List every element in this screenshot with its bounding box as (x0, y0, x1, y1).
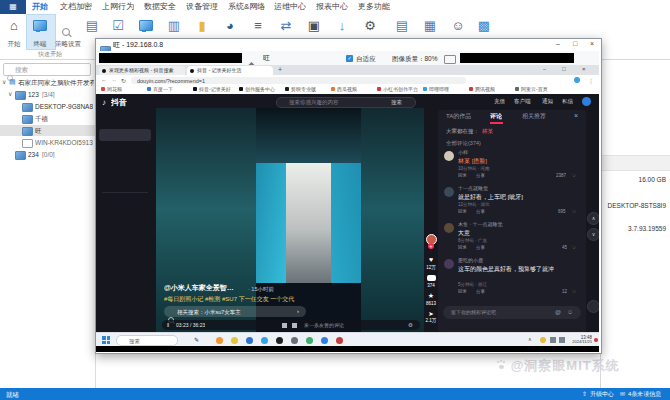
comment-reply-button[interactable]: 回复 (458, 289, 467, 294)
comment-share-button[interactable]: 分享 (476, 289, 485, 294)
screen-wall-icon[interactable] (162, 15, 186, 37)
heart-icon[interactable] (572, 173, 576, 178)
comment-share-button[interactable]: 分享 (476, 209, 485, 214)
browser-minimize-button[interactable]: – (543, 66, 546, 73)
forward-icon[interactable] (111, 77, 117, 83)
panel-tab-comments[interactable]: 评论 (490, 113, 502, 120)
player-settings-icon[interactable] (408, 322, 413, 328)
bookmark-item[interactable]: 哔哩哔哩 (423, 87, 467, 94)
caret-down-icon[interactable] (2, 79, 6, 86)
commenter-name[interactable]: 爱吃的小鹿 (458, 258, 568, 264)
policy-search-icon[interactable] (54, 15, 78, 37)
bookmark-item[interactable]: 抖音-记录美好 (193, 87, 237, 94)
pinned-app-icon[interactable] (291, 337, 298, 344)
comment-share-button[interactable]: 分享 (476, 173, 485, 178)
tray-volume-icon[interactable] (550, 337, 556, 343)
bookmark-item[interactable]: 腾讯视频 (469, 87, 513, 94)
commenter-avatar[interactable] (444, 223, 454, 233)
panel-close-icon[interactable] (574, 112, 578, 119)
pinned-app-icon[interactable] (216, 337, 223, 344)
screen-monitor-icon[interactable] (134, 15, 158, 37)
mention-icon[interactable] (555, 309, 561, 315)
heart-icon[interactable] (572, 209, 576, 214)
comment-like-count[interactable]: 12 (562, 289, 567, 294)
ribbon-tab-device-mgmt[interactable]: 设备管理 (186, 2, 218, 11)
header-link[interactable]: 私信 (562, 98, 573, 104)
ribbon-tab-data-security[interactable]: 数据安全 (144, 2, 176, 11)
browser-close-button[interactable]: × (582, 66, 586, 73)
shortcut-keyboard-icon[interactable] (444, 55, 456, 64)
new-tab-button[interactable]: + (278, 66, 282, 74)
app-menu-button[interactable] (0, 0, 26, 14)
ribbon-tab-web-behavior[interactable]: 上网行为 (102, 2, 134, 11)
back-icon[interactable] (101, 77, 107, 83)
behavior-pie-icon[interactable] (218, 15, 242, 37)
viewer-close-button[interactable]: × (585, 40, 599, 48)
pinned-app-icon[interactable] (261, 337, 268, 344)
browser-menu-icon[interactable] (588, 77, 594, 84)
header-link[interactable]: 通知 (542, 98, 553, 104)
tray-shield-icon[interactable] (540, 337, 546, 343)
comment-icon[interactable] (427, 275, 436, 281)
user-avatar[interactable] (582, 97, 591, 106)
commenter-name[interactable]: 小样 (458, 150, 568, 156)
caret-down-icon[interactable] (8, 91, 12, 98)
tree-search-input[interactable]: 搜索 (3, 63, 91, 76)
share-icon[interactable] (424, 310, 438, 318)
douyin-search-button[interactable]: 搜索 (391, 99, 402, 105)
taskbar-search-box[interactable]: 搜索 (116, 335, 178, 346)
tray-expand-icon[interactable] (528, 336, 532, 342)
follow-plus-button[interactable]: + (428, 243, 434, 249)
bookmark-item[interactable]: 创作服务中心 (239, 87, 283, 94)
pinned-app-icon[interactable] (321, 337, 328, 344)
heart-icon[interactable] (572, 289, 576, 294)
related-search-pill[interactable]: 相关搜索：小米su7女车主 › (164, 306, 306, 317)
commenter-avatar[interactable] (444, 259, 454, 269)
bookmark-item[interactable]: 百度一下 (147, 87, 191, 94)
ribbon-tab-system-network[interactable]: 系统&网络 (228, 2, 265, 11)
next-video-button[interactable] (587, 228, 599, 241)
admin-user-icon[interactable] (446, 15, 470, 37)
previous-video-button[interactable] (587, 212, 599, 225)
remote-monitor-icon[interactable] (28, 15, 52, 37)
clock-date[interactable]: 2024/11/25 (562, 340, 592, 345)
adaptive-checkbox[interactable]: ✓ (346, 55, 353, 62)
pinned-app-icon[interactable] (276, 337, 283, 344)
douyin-logo[interactable]: 抖音 (111, 98, 127, 107)
panel-tab-related[interactable]: 相关推荐 (522, 113, 546, 120)
software-download-icon[interactable] (330, 15, 354, 37)
video-player[interactable]: @小米人车家全景智… · 15小时前 #每日剧照小记 #检测 #SU7 下一任交… (156, 108, 424, 332)
comment-like-count[interactable]: 45 (562, 245, 567, 250)
video-hashtags[interactable]: #每日剧照小记 #检测 #SU7 下一任交友 一个交代 (164, 296, 416, 303)
video-author[interactable]: @小米人车家全景智… (164, 284, 234, 292)
pinned-app-note-icon[interactable] (194, 336, 199, 343)
header-link[interactable]: 充值 (494, 98, 505, 104)
viewer-minimize-button[interactable]: – (551, 40, 565, 48)
unread-messages-link[interactable]: 4条未读信息 (628, 391, 661, 398)
pinned-app-icon[interactable] (336, 337, 343, 344)
pinned-app-icon[interactable] (246, 337, 253, 344)
viewer-maximize-button[interactable]: □ (568, 40, 582, 48)
hot-search-term[interactable]: 林某 (482, 128, 493, 134)
calculator-grid-icon[interactable] (472, 15, 496, 37)
bookmark-item[interactable]: 同花顺 (101, 87, 145, 94)
panel-tab-works[interactable]: TA的作品 (446, 113, 471, 120)
ribbon-tab-start[interactable]: 开始 (32, 2, 48, 11)
comment-share-button[interactable]: 分享 (476, 245, 485, 250)
file-transfer-icon[interactable] (274, 15, 298, 37)
approval-icon[interactable] (106, 15, 130, 37)
server-asset-icon[interactable] (246, 15, 270, 37)
ribbon-tab-report-center[interactable]: 报表中心 (316, 2, 348, 11)
video-control-bar[interactable]: 03:23 / 36:23 发一条友善的评论 (162, 320, 420, 330)
bookmark-item[interactable]: 小红书创作平台 (377, 87, 421, 94)
heart-icon[interactable] (572, 245, 576, 250)
document-icon[interactable] (80, 15, 104, 37)
usb-key-icon[interactable] (190, 15, 214, 37)
commenter-name[interactable]: 木鱼 · 十一点就睡觉 (458, 222, 568, 228)
autoplay-toggle-icon[interactable] (282, 323, 287, 328)
pause-icon[interactable] (167, 322, 169, 328)
tree-node-terminal[interactable]: 千禧 (0, 113, 95, 124)
commenter-avatar[interactable] (444, 151, 454, 161)
like-icon[interactable] (424, 256, 438, 263)
commenter-name[interactable]: 十一点就睡觉 (458, 186, 568, 192)
